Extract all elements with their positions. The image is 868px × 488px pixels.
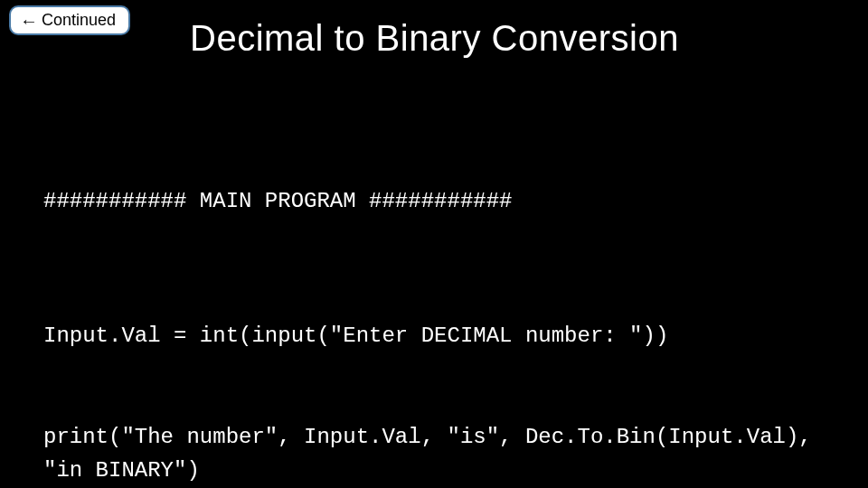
continued-badge: ← Continued xyxy=(9,5,130,35)
arrow-left-icon: ← xyxy=(20,12,38,30)
code-block: ########### MAIN PROGRAM ########### Inp… xyxy=(43,117,832,488)
code-line: ########### MAIN PROGRAM ########### xyxy=(43,184,832,218)
continued-label: Continued xyxy=(42,11,116,30)
page-title: Decimal to Binary Conversion xyxy=(190,18,679,59)
code-line: print("The number", Input.Val, "is", Dec… xyxy=(43,420,832,487)
code-line: Input.Val = int(input("Enter DECIMAL num… xyxy=(43,319,832,352)
